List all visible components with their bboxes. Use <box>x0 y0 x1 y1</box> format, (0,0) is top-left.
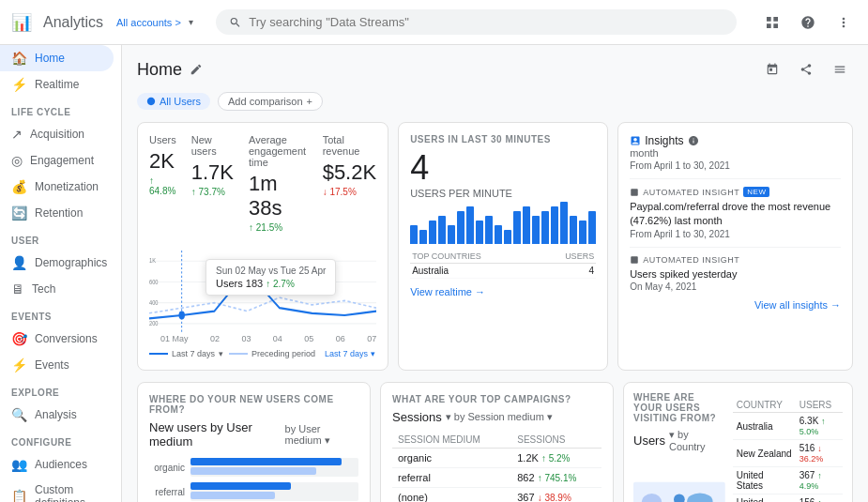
sessions-cell: 367 ↓ 38.9% <box>511 488 602 503</box>
bar-mini <box>495 225 502 244</box>
help-icon <box>800 15 815 30</box>
home-edit-icon[interactable] <box>190 63 203 76</box>
hbar-chart: organic referral (none) <box>149 458 358 502</box>
visiting-section-title: WHERE ARE YOUR USERS VISITING FROM? <box>633 392 725 423</box>
sidebar-item-realtime[interactable]: ⚡ Realtime <box>0 71 114 98</box>
insight-2-tag-text: AUTOMATED INSIGHT <box>643 255 739 265</box>
retention-icon: 🔄 <box>11 205 27 221</box>
by-medium-dropdown[interactable]: by User medium ▾ <box>285 423 358 447</box>
share-icon <box>799 63 813 76</box>
users-col-header: USERS <box>796 398 843 413</box>
top-country-row: Australia 4 <box>410 264 596 279</box>
world-map-container <box>633 458 725 502</box>
users-label: Users <box>149 134 176 145</box>
insight-1-text: Paypal.com/referral drove the most reven… <box>630 200 841 229</box>
sidebar-item-label: Tech <box>32 282 55 296</box>
campaigns-section-title: WHAT ARE YOUR TOP CAMPAIGNS? <box>392 394 602 404</box>
stat-metrics-row: Users 2K ↑ 64.8% New users 1.7K ↑ 73.7% … <box>149 134 376 233</box>
more-icon-btn[interactable] <box>830 9 857 36</box>
new-users-stat: New users 1.7K ↑ 73.7% <box>191 134 234 233</box>
chart-tooltip: Sun 02 May vs Tue 25 Apr Users 183 ↑ 2.7… <box>206 259 336 296</box>
account-dropdown[interactable]: ▾ <box>189 17 193 27</box>
sidebar-item-audiences[interactable]: 👥 Audiences <box>0 451 114 478</box>
new-users-value: 1.7K <box>191 160 234 185</box>
main-layout: 🏠 Home ⚡ Realtime LIFE CYCLE ↗ Acquisiti… <box>0 45 868 502</box>
svg-text:600: 600 <box>149 278 159 285</box>
country-dropdown[interactable]: ▾ by Country <box>669 429 725 452</box>
configure-section: CONFIGURE <box>0 428 121 451</box>
hbar-label: organic <box>149 463 185 473</box>
help-icon-btn[interactable] <box>795 9 821 36</box>
bar-mini <box>551 206 558 244</box>
sidebar-item-monetization[interactable]: 💰 Monetization <box>0 174 114 200</box>
chart-legend: Last 7 days ▾ Preceding period Last 7 da… <box>149 349 376 358</box>
country-name-cell: United States <box>733 467 796 494</box>
session-medium-dropdown[interactable]: ▾ by Session medium ▾ <box>446 411 553 423</box>
bar-mini <box>410 225 418 244</box>
view-realtime-link[interactable]: View realtime → <box>410 286 596 297</box>
bar-mini <box>523 206 530 244</box>
sidebar-item-acquisition[interactable]: ↗ Acquisition <box>0 121 114 147</box>
customize-icon-btn[interactable] <box>827 56 853 83</box>
last-7days-dropdown[interactable]: Last 7 days ▾ <box>325 349 375 358</box>
sidebar-item-home[interactable]: 🏠 Home <box>0 45 114 71</box>
search-input[interactable] <box>249 15 723 29</box>
session-medium-cell: (none) <box>392 488 511 503</box>
table-row: referral 862 ↑ 745.1% <box>392 468 602 488</box>
sidebar-item-conversions[interactable]: 🎯 Conversions <box>0 326 114 352</box>
bar-mini <box>448 225 455 244</box>
grid-icon-btn[interactable] <box>759 9 785 36</box>
sidebar-item-retention[interactable]: 🔄 Retention <box>0 200 114 226</box>
add-comparison-btn[interactable]: Add comparison + <box>218 92 323 111</box>
bar-mini <box>513 211 521 244</box>
dropdown-7days[interactable]: ▾ <box>219 349 223 358</box>
analysis-icon: 🔍 <box>11 407 27 422</box>
revenue-value: $5.2K <box>323 160 377 185</box>
app-title: Analytics <box>43 14 103 31</box>
table-row: organic 1.2K ↑ 5.2% <box>392 449 602 468</box>
realtime-section-title: USERS IN LAST 30 MINUTES <box>410 134 596 145</box>
legend-preceding-dot <box>229 353 248 355</box>
new-users-card-title: New users by User medium by User medium … <box>149 420 358 449</box>
svg-text:400: 400 <box>149 298 159 306</box>
country-name-cell: New Zealand <box>733 440 796 467</box>
sidebar-item-custom-definitions[interactable]: 📋 Custom definitions <box>0 478 114 502</box>
country-name-cell: Australia <box>733 413 796 440</box>
explore-section: EXPLORE <box>0 378 121 402</box>
insight-2-date: On May 4, 2021 <box>630 281 841 292</box>
country-users: 4 <box>589 266 595 276</box>
sidebar-item-events[interactable]: ⚡ Events <box>0 352 114 378</box>
all-users-label: All Users <box>160 96 201 107</box>
users-value: 2K <box>149 149 176 174</box>
sidebar-item-demographics[interactable]: 👤 Demographics <box>0 250 114 276</box>
account-selector[interactable]: All accounts > <box>116 17 181 28</box>
country-users-cell: 6.3K ↑ 5.0% <box>796 413 843 440</box>
change-badge: ↑ 5.2% <box>541 453 571 464</box>
insights-info-icon[interactable] <box>688 135 699 146</box>
bar-mini <box>579 221 586 244</box>
sidebar-item-label: Demographics <box>35 256 107 269</box>
sidebar-item-analysis[interactable]: 🔍 Analysis <box>0 402 114 428</box>
view-all-insights-link[interactable]: View all insights → <box>754 299 841 311</box>
calendar-icon-btn[interactable] <box>759 56 785 83</box>
share-icon-btn[interactable] <box>793 56 819 83</box>
search-bar <box>216 9 737 35</box>
sidebar-item-label: Realtime <box>35 78 79 91</box>
demographics-icon: 👤 <box>11 255 27 270</box>
revenue-label: Total revenue <box>323 134 377 157</box>
sidebar-item-label: Analysis <box>35 408 77 421</box>
countries-table-section: COUNTRY USERS Australia 6.3K ↑ 5.0% New … <box>733 392 843 502</box>
bottom-section: WHERE DO YOUR NEW USERS COME FROM? New u… <box>137 382 853 502</box>
country-users-cell: 516 ↓ 36.2% <box>796 440 843 467</box>
hbar-row: referral <box>149 482 358 501</box>
sidebar-item-engagement[interactable]: ◎ Engagement <box>0 147 114 174</box>
insights-date: From April 1 to 30, 2021 <box>630 160 841 171</box>
new-users-change: ↑ 73.7% <box>191 187 234 197</box>
hbar-fill-secondary <box>190 467 316 475</box>
list-item: Australia 6.3K ↑ 5.0% <box>733 413 843 440</box>
all-users-chip[interactable]: All Users <box>137 93 210 110</box>
user-section: USER <box>0 226 121 250</box>
sidebar-item-tech[interactable]: 🖥 Tech <box>0 276 114 302</box>
hbar-label: referral <box>149 487 185 497</box>
list-item: New Zealand 516 ↓ 36.2% <box>733 440 843 467</box>
